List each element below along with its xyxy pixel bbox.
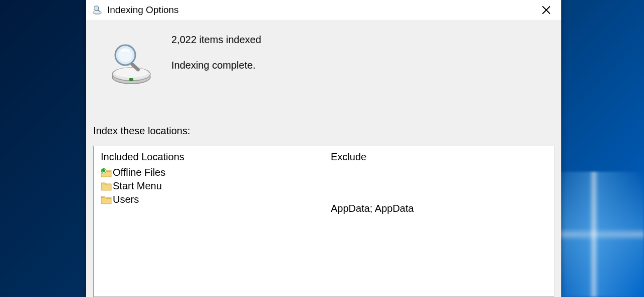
list-item-label: Users [113, 194, 139, 205]
items-indexed-count: 2,022 items indexed [171, 34, 261, 46]
included-locations-list: Offline Files Start Menu [101, 166, 317, 206]
included-locations-column: Included Locations Offline [94, 146, 324, 296]
dialog-content: 2,022 items indexed Indexing complete. I… [86, 20, 561, 297]
status-text-block: 2,022 items indexed Indexing complete. [171, 30, 261, 71]
svg-point-3 [95, 7, 98, 10]
status-section: 2,022 items indexed Indexing complete. [93, 30, 554, 105]
exclude-spacer [331, 166, 547, 202]
folder-icon [101, 181, 112, 191]
indexing-options-icon [91, 4, 103, 16]
indexing-options-window: Indexing Options [86, 0, 561, 297]
list-item-label: Start Menu [113, 180, 162, 192]
sync-folder-icon [101, 168, 112, 178]
exclude-header: Exclude [331, 151, 547, 163]
window-title: Indexing Options [107, 5, 179, 16]
svg-point-9 [114, 68, 148, 78]
list-item[interactable]: Offline Files [101, 166, 317, 179]
list-item[interactable]: Start Menu [101, 179, 317, 193]
titlebar: Indexing Options [86, 0, 561, 20]
svg-rect-10 [129, 78, 133, 81]
close-icon [542, 6, 551, 15]
indexing-large-icon [107, 40, 155, 88]
folder-icon [101, 195, 112, 205]
exclude-item: AppData; AppData [331, 202, 547, 215]
indexing-status: Indexing complete. [171, 60, 261, 71]
list-item[interactable]: Users [101, 193, 317, 206]
locations-listbox[interactable]: Included Locations Offline [93, 146, 554, 297]
exclude-list: AppData; AppData [331, 166, 547, 215]
list-item-label: Offline Files [113, 167, 165, 178]
close-button[interactable] [531, 0, 561, 20]
index-locations-label: Index these locations: [93, 125, 554, 137]
exclude-column: Exclude AppData; AppData [324, 146, 554, 296]
svg-point-1 [93, 11, 102, 14]
included-locations-header: Included Locations [101, 151, 317, 163]
